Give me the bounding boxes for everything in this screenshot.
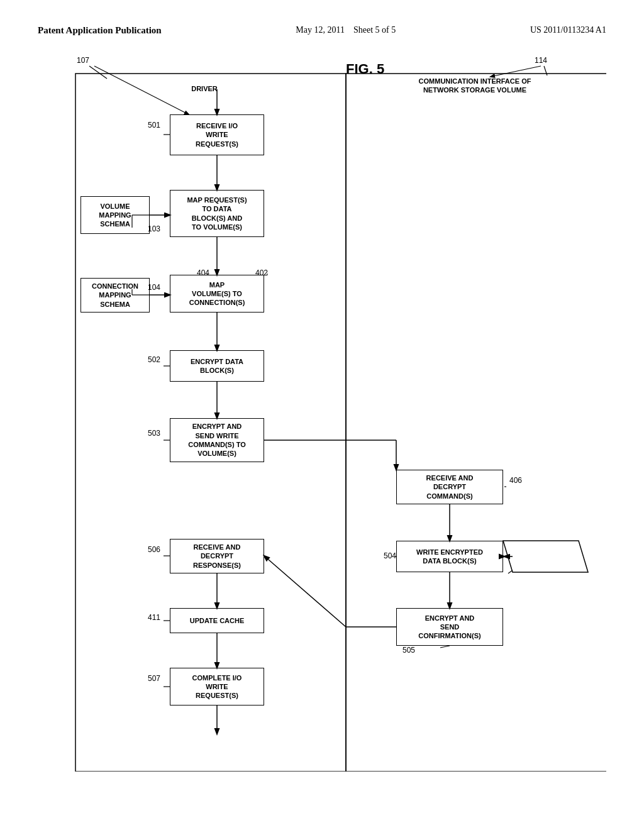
- receive-decrypt-command-box: RECEIVE AND DECRYPT COMMAND(S): [396, 470, 503, 504]
- encrypt-send-confirm-box: ENCRYPT AND SEND CONFIRMATION(S): [396, 608, 503, 646]
- ref-411: 411: [148, 613, 160, 622]
- header-center: May 12, 2011 Sheet 5 of 5: [296, 25, 396, 35]
- svg-line-42: [544, 66, 547, 75]
- header-date: May 12, 2011: [296, 25, 345, 35]
- svg-line-41: [89, 66, 107, 79]
- receive-io-write-box: RECEIVE I/O WRITE REQUEST(S): [170, 114, 264, 155]
- ref-503: 503: [148, 429, 160, 438]
- map-request-box: MAP REQUEST(S) TO DATA BLOCK(S) AND TO V…: [170, 190, 264, 237]
- header-left: Patent Application Publication: [38, 25, 162, 36]
- ref-501: 501: [148, 121, 160, 130]
- diagram-svg: [38, 42, 606, 772]
- header-sheet: Sheet 5 of 5: [353, 25, 396, 35]
- ref-114: 114: [535, 56, 547, 65]
- svg-line-45: [440, 646, 450, 648]
- ref-104: 104: [148, 283, 160, 292]
- update-cache-box: UPDATE CACHE: [170, 608, 264, 633]
- ref-404: 404: [197, 268, 209, 277]
- ref-502: 502: [148, 355, 160, 364]
- svg-line-47: [508, 570, 513, 573]
- write-encrypted-box: WRITE ENCRYPTED DATA BLOCK(S): [396, 541, 503, 572]
- complete-io-write-box: COMPLETE I/O WRITE REQUEST(S): [170, 668, 264, 706]
- connection-mapping-box: CONNECTION MAPPING SCHEMA: [80, 278, 150, 313]
- diagram: FIG. 5 107 114 DRIVER COMMUNICATION INTE…: [38, 42, 606, 772]
- map-volume-connection-box: MAP VOLUME(S) TO CONNECTION(S): [170, 275, 264, 313]
- encrypt-data-block-box: ENCRYPT DATA BLOCK(S): [170, 350, 264, 382]
- storage-label: STORAGE: [516, 545, 550, 553]
- volume-mapping-box: VOLUME MAPPING SCHEMA: [80, 196, 150, 234]
- ref-406: 406: [509, 476, 522, 485]
- svg-line-3: [491, 66, 541, 77]
- ref-107: 107: [77, 56, 89, 65]
- receive-decrypt-response-box: RECEIVE AND DECRYPT RESPONSE(S): [170, 539, 264, 573]
- ref-505: 505: [402, 646, 415, 655]
- ref-103: 103: [148, 224, 160, 233]
- header-right: US 2011/0113234 A1: [530, 25, 606, 35]
- header: Patent Application Publication May 12, 2…: [38, 25, 606, 36]
- ref-506: 506: [148, 545, 160, 554]
- ref-402: 402: [255, 268, 268, 277]
- ref-504: 504: [384, 551, 396, 560]
- svg-line-28: [264, 556, 346, 627]
- comm-interface-label: COMMUNICATION INTERFACE OF NETWORK STORA…: [396, 77, 553, 95]
- ref-507: 507: [148, 674, 160, 683]
- figure-title: FIG. 5: [346, 61, 384, 77]
- encrypt-send-write-box: ENCRYPT AND SEND WRITE COMMAND(S) TO VOL…: [170, 418, 264, 462]
- driver-label: DRIVER: [148, 85, 261, 92]
- svg-rect-1: [346, 74, 606, 772]
- page: Patent Application Publication May 12, 2…: [0, 0, 644, 830]
